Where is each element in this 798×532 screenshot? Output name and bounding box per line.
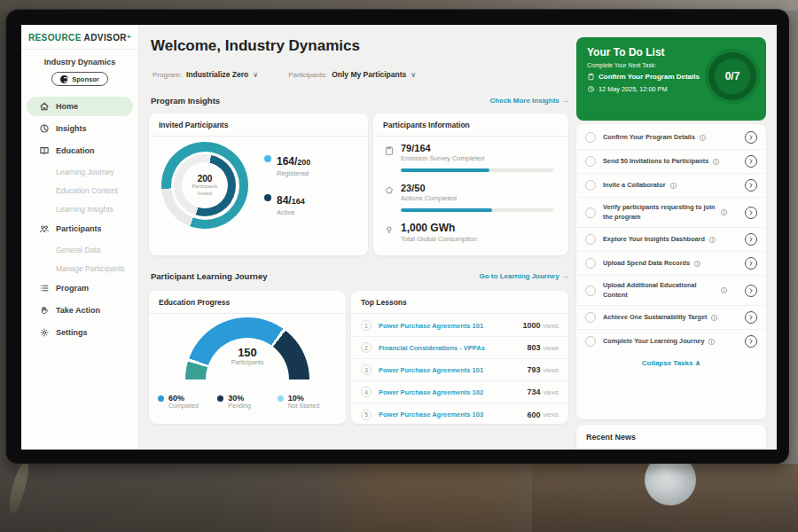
registered-label: Registered <box>277 169 310 177</box>
top-lessons-title: Top Lessons <box>351 291 568 314</box>
lesson-link[interactable]: Power Purchase Agreements 101 <box>379 322 483 330</box>
collapse-tasks-link[interactable]: Collapse Tasks ∧ <box>576 353 766 371</box>
task-row-confirm-program: Confirm Your Program Details <box>576 126 766 150</box>
consumption-label: Total Global Consumption <box>401 235 477 243</box>
sidebar-item-settings[interactable]: Settings <box>27 323 133 342</box>
pending-pct: 30% <box>228 394 251 403</box>
lesson-link[interactable]: Power Purchase Agreements 102 <box>379 388 483 396</box>
sidebar-item-education-content[interactable]: Education Content <box>27 182 133 199</box>
sidebar-item-manage-participants[interactable]: Manage Participants <box>27 260 133 277</box>
todo-due-date: 12 May 2025, 12:00 PM <box>598 85 667 93</box>
sidebar-item-label: Participants <box>56 224 102 233</box>
rank-badge: 2 <box>361 342 372 353</box>
sidebar-item-learning-journey[interactable]: Learning Journey <box>27 163 133 180</box>
collapse-tasks-label: Collapse Tasks <box>642 359 693 367</box>
active-dot <box>264 194 271 201</box>
task-label: Complete Your Learning Journey <box>603 337 704 347</box>
book-icon <box>39 145 50 156</box>
task-checkbox[interactable] <box>585 286 596 296</box>
invited-participants-donut-chart: 200 Participants Invited <box>161 142 248 229</box>
survey-icon <box>384 145 395 156</box>
task-open-button[interactable] <box>745 179 757 192</box>
task-checkbox[interactable] <box>585 132 596 143</box>
active-value: 84/ <box>277 194 292 207</box>
info-icon[interactable] <box>708 236 716 244</box>
go-to-learning-journey-link[interactable]: Go to Learning Journey → <box>394 272 568 280</box>
info-icon[interactable] <box>712 158 720 166</box>
info-icon[interactable] <box>669 182 677 190</box>
task-open-button[interactable] <box>745 311 757 324</box>
lesson-views: 734 <box>527 387 540 396</box>
task-checkbox[interactable] <box>585 207 596 218</box>
task-label: Send 50 Invitations to Participants <box>603 157 708 167</box>
task-open-button[interactable] <box>745 285 757 297</box>
sidebar-item-insights[interactable]: Insights <box>27 119 133 138</box>
legend-not-started: 10% Not Started <box>278 394 337 409</box>
views-suffix: views <box>543 389 559 395</box>
task-checkbox[interactable] <box>585 180 596 191</box>
lesson-link[interactable]: Financial Considerations - VPPAs <box>379 344 485 352</box>
legend-active: 84/164 Active <box>264 192 310 216</box>
task-open-button[interactable] <box>745 233 757 246</box>
sidebar-nav: Home Insights Education Learning Journey… <box>21 97 138 345</box>
program-filter-dropdown[interactable]: Program: Industrialize Zero ∨ <box>153 70 258 79</box>
task-label: Verify participants requesting to join t… <box>603 203 716 222</box>
check-more-insights-link[interactable]: Check More Insights → <box>394 97 568 105</box>
lesson-row: 4 Power Purchase Agreements 102 734 view… <box>351 381 568 403</box>
info-icon[interactable] <box>699 134 707 142</box>
pending-dot <box>217 395 223 402</box>
task-row-invite-collaborator: Invite a Collaborator <box>576 174 766 198</box>
rank-badge: 5 <box>361 410 372 420</box>
lesson-link[interactable]: Power Purchase Agreements 101 <box>379 366 483 374</box>
info-icon[interactable] <box>720 208 728 216</box>
not-started-pct: 10% <box>288 394 319 403</box>
rank-badge: 3 <box>361 364 372 375</box>
emission-survey-label: Emission Survey Completed <box>401 154 484 162</box>
gear-icon <box>39 327 50 338</box>
lesson-row: 2 Financial Considerations - VPPAs 803 v… <box>351 337 568 359</box>
lightbulb-icon <box>384 224 395 235</box>
task-row-send-invitations: Send 50 Invitations to Participants <box>576 150 766 174</box>
sidebar: RESOURCE ADVISOR+ Industry Dynamics Spon… <box>21 25 139 450</box>
info-icon[interactable] <box>708 338 716 346</box>
sidebar-item-general-data[interactable]: General Data <box>27 241 133 258</box>
task-open-button[interactable] <box>745 335 757 348</box>
task-open-button[interactable] <box>745 207 757 219</box>
sidebar-item-program[interactable]: Program <box>27 278 133 298</box>
info-icon[interactable] <box>710 314 718 322</box>
not-started-label: Not Started <box>288 403 319 409</box>
lesson-link[interactable]: Power Purchase Agreements 103 <box>379 411 483 419</box>
participants-filter-value: Only My Participants <box>332 70 406 79</box>
task-label: Upload Spend Data Records <box>603 259 690 269</box>
sponsor-badge-label: Sponsor <box>72 75 98 83</box>
task-checkbox[interactable] <box>585 258 596 269</box>
sidebar-item-take-action[interactable]: Take Action <box>27 301 133 320</box>
task-checkbox[interactable] <box>585 234 596 245</box>
emission-survey-value: 79/164 <box>401 143 484 153</box>
sidebar-item-label: Settings <box>56 328 88 337</box>
sidebar-item-home[interactable]: Home <box>27 97 133 116</box>
education-progress-title: Education Progress <box>149 291 346 314</box>
participants-filter-dropdown[interactable]: Participants: Only My Participants ∨ <box>288 70 416 79</box>
sidebar-item-education[interactable]: Education <box>27 141 133 160</box>
actions-completed-stat: 23/50 Actions Completed <box>384 183 457 202</box>
consumption-stat: 1,000 GWh Total Global Consumption <box>384 222 477 243</box>
sidebar-item-participants[interactable]: Participants <box>27 219 133 239</box>
task-checkbox[interactable] <box>585 312 596 323</box>
task-checkbox[interactable] <box>585 156 596 167</box>
participants-information-title: Participants Information <box>373 113 568 137</box>
top-lessons-card: Top Lessons 1 Power Purchase Agreements … <box>351 291 568 424</box>
task-open-button[interactable] <box>745 257 757 270</box>
clock-icon <box>587 85 595 93</box>
learning-journey-heading: Participant Learning Journey <box>151 271 267 281</box>
task-open-button[interactable] <box>745 131 757 144</box>
info-icon[interactable] <box>720 286 728 294</box>
rank-badge: 4 <box>361 387 372 397</box>
sidebar-item-learning-insights[interactable]: Learning Insights <box>27 200 133 217</box>
actions-completed-label: Actions Completed <box>401 194 457 202</box>
sidebar-item-label: Insights <box>56 124 87 133</box>
task-open-button[interactable] <box>745 155 757 168</box>
task-checkbox[interactable] <box>585 336 596 347</box>
lesson-views: 803 <box>527 343 540 352</box>
info-icon[interactable] <box>693 260 701 268</box>
